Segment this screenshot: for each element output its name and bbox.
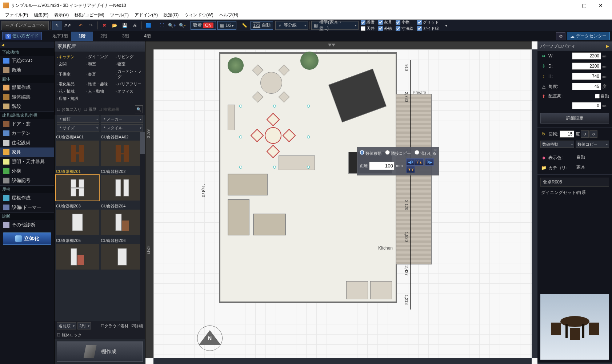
subcat-curtain-rug[interactable]: カーテン・ラグ <box>115 68 144 80</box>
floor-tab-4f[interactable]: 4階 <box>136 32 158 41</box>
catalog-item[interactable]: CU食器棚Z06 <box>101 237 144 270</box>
floor-tab-b1[interactable]: 地下1階 <box>49 32 71 41</box>
menu-file[interactable]: ファイル(F) <box>2 11 31 19</box>
detail-settings-button[interactable]: 詳細設定 <box>540 113 609 124</box>
subcat-dining[interactable]: ダイニング <box>85 54 114 60</box>
part-3d-preview[interactable] <box>540 294 609 360</box>
settings-gear-button[interactable]: ⚙ <box>556 32 565 40</box>
subcat-plants[interactable]: 花・植栽 <box>56 88 85 94</box>
menu-help[interactable]: ヘルプ(H) <box>216 11 241 19</box>
subcat-barrierfree[interactable]: バリアフリー <box>115 81 144 87</box>
catalog-item[interactable]: CU食器棚Z03 <box>56 203 99 235</box>
ruler-vertical[interactable]: 5510 4247 <box>145 49 153 358</box>
save-button[interactable]: 💾 <box>120 21 130 30</box>
filter-favorites[interactable]: お気に入り <box>57 107 81 112</box>
popup-distance-input[interactable] <box>369 162 395 170</box>
nav-item-exterior[interactable]: 外構 <box>0 166 54 176</box>
detail-view-checkbox[interactable]: ☑詳細 <box>131 323 143 329</box>
subcat-hobby[interactable]: 雑貨・趣味 <box>85 81 114 87</box>
subcat-shop[interactable]: 店舗・施設 <box>56 96 85 102</box>
wc-room[interactable] <box>370 281 392 299</box>
menu-movecopy[interactable]: 移動/コピー(M) <box>72 11 107 19</box>
chk-guides[interactable]: ガイド線 <box>417 26 439 31</box>
plant[interactable] <box>228 57 244 73</box>
make-shelf-button[interactable]: 棚作成 <box>57 341 143 362</box>
catalog-item[interactable]: CU食器棚Z01 <box>56 168 99 201</box>
arrow-y-down[interactable]: ▼Y <box>406 166 415 173</box>
menu-tools[interactable]: ツール(T) <box>107 11 132 19</box>
selection-handle[interactable] <box>307 166 310 169</box>
chk-equipment[interactable]: 設備 <box>361 20 375 25</box>
line-mode-dropdown[interactable]: ⫽ 等分線 <box>275 21 308 30</box>
sofa[interactable] <box>228 174 268 195</box>
floor-tab-2f[interactable]: 2階 <box>93 32 115 41</box>
open-button[interactable]: 📂 <box>109 21 120 30</box>
prop-width-input[interactable] <box>572 52 601 60</box>
popup-opt-align[interactable]: 沿わせる <box>415 150 436 156</box>
rotate-ccw-button[interactable]: ↺ <box>581 130 589 138</box>
zoom-out-button[interactable]: 🔍- <box>177 21 187 30</box>
main-menu-back-button[interactable]: ← メインメニューへ <box>1 21 49 30</box>
prop-elevation-input[interactable] <box>572 102 601 109</box>
numeric-move-dropdown[interactable]: 数値移動 <box>540 141 574 148</box>
nav-item-structure-edit[interactable]: 躯体編集 <box>0 92 54 102</box>
nav-item-curtains[interactable]: カーテン <box>0 129 54 138</box>
menu-edit[interactable]: 編集(E) <box>31 11 51 19</box>
filter-search-results[interactable]: 検索結果 <box>99 107 119 112</box>
nav-item-equipment[interactable]: 住宅設備 <box>0 138 54 147</box>
selection-handle[interactable] <box>239 136 242 138</box>
layer-mode-dropdown[interactable]: ▦ 標準(家具・塗...) <box>311 21 359 30</box>
display-color-dropdown[interactable]: 自動 <box>576 154 609 161</box>
usage-guide-button[interactable]: ?使い方ガイド <box>2 32 42 40</box>
plant[interactable] <box>300 52 319 70</box>
part-name-field[interactable]: 食卓R005 <box>540 178 609 187</box>
floor-plan[interactable]: Private Kitchen W.C. W.C. <box>219 52 397 303</box>
dining-table[interactable] <box>260 72 282 94</box>
selection-handle[interactable] <box>239 105 242 108</box>
color-tool-button[interactable]: 🟦 <box>143 21 153 30</box>
properties-expand-button[interactable]: ▶ <box>606 44 609 49</box>
subcat-office[interactable]: オフィス <box>115 88 144 94</box>
sort-order-dropdown[interactable]: 名前順 <box>57 322 76 329</box>
left-panel-collapse-button[interactable]: ◀ <box>0 41 54 48</box>
grand-piano[interactable] <box>328 69 387 122</box>
floor-tab-1f[interactable]: 1階 <box>71 32 93 41</box>
nav-item-symbols[interactable]: 設備記号 <box>0 176 54 185</box>
selection-handle[interactable] <box>307 136 310 138</box>
sofa[interactable] <box>253 214 286 235</box>
chk-ceiling[interactable]: 天井 <box>361 26 375 31</box>
catalog-expand-button[interactable]: — <box>137 44 142 49</box>
wc-room[interactable] <box>346 281 368 299</box>
data-center-button[interactable]: ☁ データセンター <box>567 32 610 40</box>
prop-depth-input[interactable] <box>572 62 601 70</box>
prop-height-input[interactable] <box>572 73 601 80</box>
popup-opt-move[interactable]: 数値移動 <box>360 150 381 156</box>
structure-lock-checkbox[interactable]: 躯体ロック <box>55 331 145 339</box>
filter-style-dropdown[interactable]: ＊スタイル <box>101 124 143 132</box>
subcat-bedroom[interactable]: 寝室 <box>115 61 144 67</box>
cloud-material-checkbox[interactable]: ☐クラウド素材 <box>101 323 128 329</box>
filter-type-dropdown[interactable]: ＊種類 <box>57 116 99 123</box>
filter-maker-dropdown[interactable]: ＊メーカー <box>101 116 143 123</box>
shelf-unit[interactable] <box>228 105 235 130</box>
nav-item-room-create[interactable]: 部屋作成 <box>0 83 54 92</box>
floor-tab-3f[interactable]: 3階 <box>115 32 136 41</box>
toolbar-overflow-button[interactable]: ▾ <box>441 21 451 30</box>
prop-angle-input[interactable] <box>572 83 601 90</box>
arrow-y-up[interactable]: Y▲ <box>415 158 424 166</box>
subcat-appliance[interactable]: 電化製品 <box>56 81 85 87</box>
undo-button[interactable]: ↶ <box>76 21 86 30</box>
subcat-childroom[interactable]: 子供室 <box>56 68 85 80</box>
window-close-button[interactable]: ✕ <box>592 0 609 11</box>
rotate-cw-button[interactable]: ↻ <box>589 130 597 138</box>
menu-window[interactable]: ウィンドウ(W) <box>181 11 216 19</box>
numeric-copy-dropdown[interactable]: 数値コピー <box>576 141 609 148</box>
menu-settings[interactable]: 設定(O) <box>161 11 181 19</box>
selection-handle[interactable] <box>273 166 276 169</box>
catalog-item[interactable]: CU食器棚Z04 <box>101 203 144 235</box>
subcat-people[interactable]: 人・動物 <box>85 88 114 94</box>
grid-fraction-selector[interactable]: ▦ 1/2 ▾ <box>217 21 236 30</box>
catalog-item[interactable]: CU食器棚AA01 <box>56 134 99 166</box>
canvas-scrollbar-vertical[interactable] <box>532 49 537 358</box>
zoom-fit-button[interactable]: ⛶ <box>157 21 167 30</box>
